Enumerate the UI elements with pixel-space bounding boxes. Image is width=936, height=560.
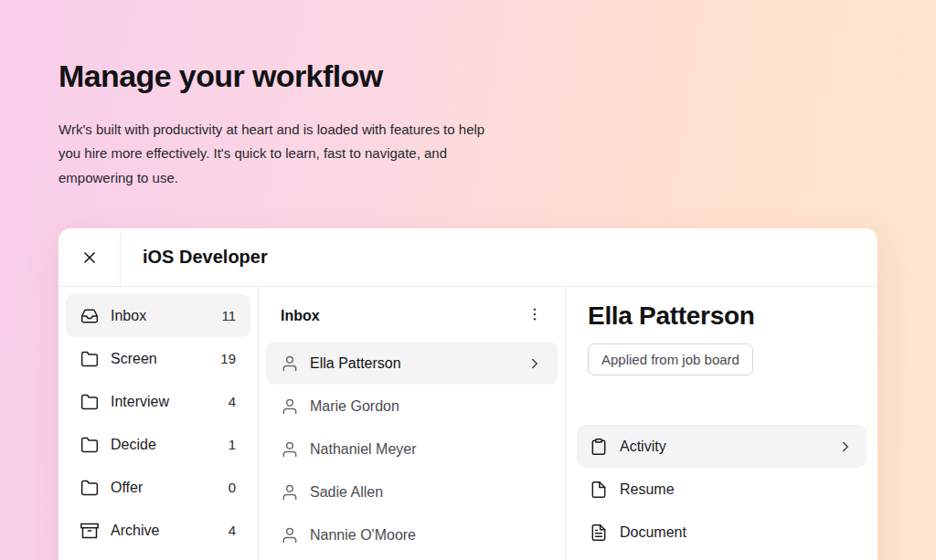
candidate-name: Marie Gordon <box>310 398 399 415</box>
person-icon <box>281 440 299 459</box>
stage-sidebar: Inbox 11 Screen 19 Interview 4 Decide 1 … <box>58 287 259 560</box>
sidebar-item-count: 4 <box>229 394 236 409</box>
candidate-row[interactable]: Nathaniel Meyer <box>266 428 558 470</box>
file-icon <box>590 481 608 499</box>
detail-item-document[interactable]: Document <box>577 511 867 554</box>
person-icon <box>281 526 299 544</box>
sidebar-item-count: 19 <box>220 351 236 366</box>
candidate-detail-name: Ella Patterson <box>588 301 856 331</box>
hero-section: Manage your workflow Wrk's built with pr… <box>0 0 936 190</box>
person-icon <box>281 483 299 502</box>
sidebar-item-label: Offer <box>111 480 143 496</box>
sidebar-item-label: Interview <box>111 394 169 410</box>
page-description: Wrk's built with productivity at heart a… <box>58 118 490 190</box>
sidebar-item-count: 4 <box>229 523 236 538</box>
source-badge: Applied from job board <box>588 343 753 375</box>
chevron-right-icon <box>526 355 543 372</box>
folder-icon <box>80 393 99 411</box>
detail-item-label: Activity <box>620 438 666 455</box>
candidate-row[interactable]: Sadie Allen <box>266 470 558 513</box>
window-title: iOS Developer <box>121 228 268 286</box>
candidate-name: Nannie O'Moore <box>310 527 416 544</box>
folder-icon <box>80 436 99 454</box>
folder-icon <box>80 350 99 368</box>
candidate-list-panel: Inbox Ella Patterson Marie Gordon Nathan… <box>259 287 566 560</box>
clipboard-icon <box>590 438 608 456</box>
person-icon <box>281 354 299 373</box>
list-menu-button[interactable] <box>523 302 547 329</box>
chevron-right-icon <box>837 438 854 455</box>
sidebar-item-archive[interactable]: Archive 4 <box>66 509 250 552</box>
sidebar-item-count: 0 <box>229 480 236 495</box>
sidebar-item-label: Screen <box>111 351 157 367</box>
kebab-menu-icon <box>526 306 543 322</box>
detail-item-label: Document <box>620 524 686 541</box>
candidate-row[interactable]: Ella Patterson <box>266 342 558 385</box>
person-icon <box>281 397 299 416</box>
sidebar-item-count: 1 <box>229 437 236 452</box>
candidate-name: Sadie Allen <box>310 484 383 501</box>
window-header: iOS Developer <box>58 228 878 287</box>
sidebar-item-label: Archive <box>111 523 159 539</box>
app-window: iOS Developer Inbox 11 Screen 19 Intervi… <box>58 228 878 560</box>
sidebar-item-count: 11 <box>221 308 236 323</box>
candidate-row[interactable]: Marie Gordon <box>266 385 558 428</box>
candidate-detail-panel: Ella Patterson Applied from job board Ac… <box>566 287 878 560</box>
candidate-row[interactable]: Nannie O'Moore <box>266 513 558 556</box>
sidebar-item-inbox[interactable]: Inbox 11 <box>66 294 250 337</box>
sidebar-item-label: Inbox <box>111 308 146 324</box>
sidebar-item-screen[interactable]: Screen 19 <box>66 337 250 380</box>
detail-item-activity[interactable]: Activity <box>577 425 867 468</box>
detail-item-resume[interactable]: Resume <box>577 468 867 511</box>
archive-icon <box>80 522 99 540</box>
sidebar-item-decide[interactable]: Decide 1 <box>66 423 250 466</box>
sidebar-item-interview[interactable]: Interview 4 <box>66 380 250 423</box>
list-title: Inbox <box>281 308 320 324</box>
window-body: Inbox 11 Screen 19 Interview 4 Decide 1 … <box>58 287 878 560</box>
page-title: Manage your workflow <box>58 58 936 94</box>
sidebar-item-offer[interactable]: Offer 0 <box>66 466 250 509</box>
detail-item-label: Resume <box>620 481 675 498</box>
candidate-name: Nathaniel Meyer <box>310 441 417 458</box>
folder-icon <box>80 479 99 497</box>
sidebar-item-label: Decide <box>111 437 156 453</box>
close-button[interactable] <box>58 228 121 286</box>
close-icon <box>80 248 99 267</box>
candidate-name: Ella Patterson <box>310 355 401 372</box>
document-icon <box>590 523 608 542</box>
inbox-icon <box>80 307 99 325</box>
